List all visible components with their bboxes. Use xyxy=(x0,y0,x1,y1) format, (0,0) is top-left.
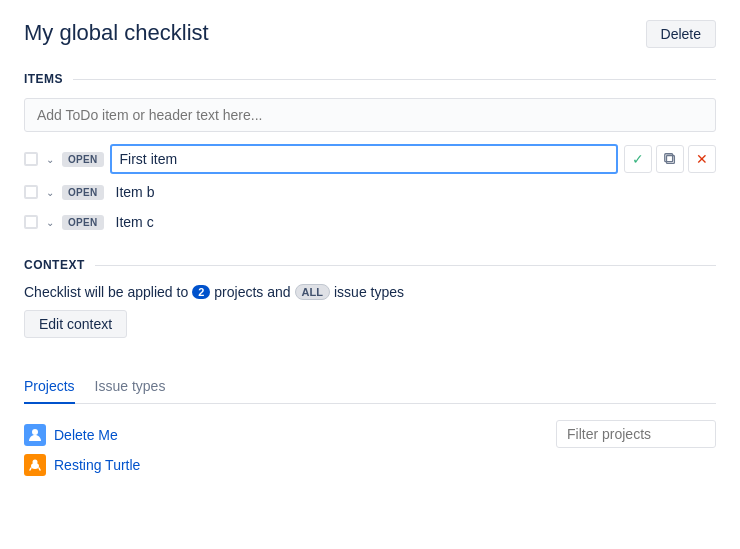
add-item-input[interactable] xyxy=(24,98,716,132)
context-projects-count: 2 xyxy=(192,285,210,299)
filter-projects-input[interactable] xyxy=(556,420,716,448)
item-chevron-2[interactable]: ⌄ xyxy=(44,187,56,198)
item-checkbox-3[interactable] xyxy=(24,215,38,229)
checklist-item-2: ⌄ OPEN Item b xyxy=(24,180,716,204)
tab-issue-types[interactable]: Issue types xyxy=(95,370,166,404)
svg-point-4 xyxy=(33,460,38,465)
edit-context-button[interactable]: Edit context xyxy=(24,310,127,338)
context-section-header: Context xyxy=(24,258,716,272)
svg-line-5 xyxy=(30,468,31,470)
svg-point-2 xyxy=(32,429,38,435)
context-desc-middle: projects and xyxy=(214,284,290,300)
checklist-item-1: ⌄ OPEN ✓ ✕ xyxy=(24,144,716,174)
items-section-header: Items xyxy=(24,72,716,86)
item-text-input-1[interactable] xyxy=(110,144,618,174)
item-chevron-1[interactable]: ⌄ xyxy=(44,154,56,165)
items-section-label: Items xyxy=(24,72,63,86)
project-item-1[interactable]: Delete Me xyxy=(24,420,556,450)
project-item-2[interactable]: Resting Turtle xyxy=(24,450,556,480)
items-divider xyxy=(73,79,716,80)
context-desc-after: issue types xyxy=(334,284,404,300)
tabs-container: Projects Issue types xyxy=(24,370,716,404)
item-actions-1: ✓ ✕ xyxy=(624,145,716,173)
tab-content-projects: Delete Me Resting Turtle xyxy=(24,420,716,480)
item-remove-button-1[interactable]: ✕ xyxy=(688,145,716,173)
item-confirm-button-1[interactable]: ✓ xyxy=(624,145,652,173)
item-checkbox-2[interactable] xyxy=(24,185,38,199)
checklist-item-3: ⌄ OPEN Item c xyxy=(24,210,716,234)
page-title: My global checklist xyxy=(24,20,209,46)
context-desc-before: Checklist will be applied to xyxy=(24,284,188,300)
project-icon-2 xyxy=(24,454,46,476)
project-name-1[interactable]: Delete Me xyxy=(54,427,118,443)
item-checkbox-1[interactable] xyxy=(24,152,38,166)
project-icon-1 xyxy=(24,424,46,446)
svg-line-6 xyxy=(39,468,40,470)
checklist-items-list: ⌄ OPEN ✓ ✕ ⌄ OPEN Item b ⌄ OPEN Item c xyxy=(24,144,716,234)
project-name-2[interactable]: Resting Turtle xyxy=(54,457,140,473)
item-text-3: Item c xyxy=(110,210,716,234)
tab-projects[interactable]: Projects xyxy=(24,370,75,404)
context-issue-types-badge: ALL xyxy=(295,284,330,300)
item-status-badge-2: OPEN xyxy=(62,185,104,200)
item-status-badge-1: OPEN xyxy=(62,152,104,167)
page-header: My global checklist Delete xyxy=(24,20,716,48)
delete-button[interactable]: Delete xyxy=(646,20,716,48)
item-copy-button-1[interactable] xyxy=(656,145,684,173)
context-section: Checklist will be applied to 2 projects … xyxy=(24,284,716,354)
context-section-label: Context xyxy=(24,258,85,272)
item-chevron-3[interactable]: ⌄ xyxy=(44,217,56,228)
projects-list: Delete Me Resting Turtle xyxy=(24,420,556,480)
context-divider xyxy=(95,265,716,266)
item-text-2: Item b xyxy=(110,180,716,204)
context-description: Checklist will be applied to 2 projects … xyxy=(24,284,716,300)
item-status-badge-3: OPEN xyxy=(62,215,104,230)
